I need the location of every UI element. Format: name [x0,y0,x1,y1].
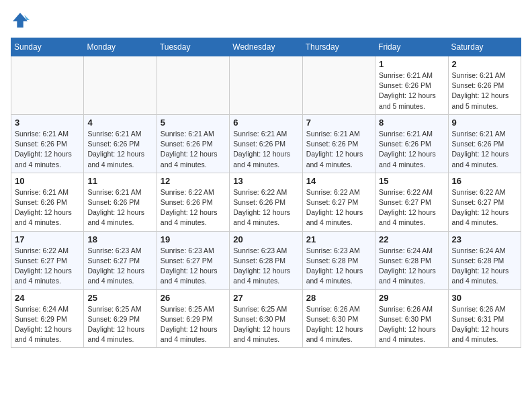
calendar-day-cell: 25Sunrise: 6:25 AM Sunset: 6:29 PM Dayli… [84,289,157,348]
calendar-day-cell: 6Sunrise: 6:21 AM Sunset: 6:26 PM Daylig… [230,114,302,173]
calendar-header-sunday: Sunday [11,38,84,56]
day-info: Sunrise: 6:22 AM Sunset: 6:27 PM Dayligh… [15,246,80,287]
calendar-day-cell: 15Sunrise: 6:22 AM Sunset: 6:27 PM Dayli… [375,173,448,231]
calendar-day-cell: 2Sunrise: 6:21 AM Sunset: 6:26 PM Daylig… [448,56,521,115]
calendar-day-cell: 19Sunrise: 6:23 AM Sunset: 6:27 PM Dayli… [157,231,229,289]
day-number: 20 [233,234,298,244]
day-info: Sunrise: 6:21 AM Sunset: 6:26 PM Dayligh… [452,129,517,170]
calendar-day-cell: 10Sunrise: 6:21 AM Sunset: 6:26 PM Dayli… [11,173,84,231]
calendar-day-cell: 8Sunrise: 6:21 AM Sunset: 6:26 PM Daylig… [375,114,448,173]
day-info: Sunrise: 6:21 AM Sunset: 6:26 PM Dayligh… [306,129,371,170]
calendar-day-cell: 21Sunrise: 6:23 AM Sunset: 6:28 PM Dayli… [302,231,375,289]
day-info: Sunrise: 6:21 AM Sunset: 6:26 PM Dayligh… [161,129,226,170]
day-info: Sunrise: 6:21 AM Sunset: 6:26 PM Dayligh… [15,129,80,170]
calendar-day-cell [157,56,229,115]
day-info: Sunrise: 6:23 AM Sunset: 6:27 PM Dayligh… [87,246,152,287]
day-info: Sunrise: 6:21 AM Sunset: 6:26 PM Dayligh… [233,129,298,170]
day-info: Sunrise: 6:21 AM Sunset: 6:26 PM Dayligh… [379,129,444,170]
calendar-day-cell: 24Sunrise: 6:24 AM Sunset: 6:29 PM Dayli… [11,289,84,348]
day-info: Sunrise: 6:24 AM Sunset: 6:28 PM Dayligh… [379,246,444,287]
calendar-week-row: 10Sunrise: 6:21 AM Sunset: 6:26 PM Dayli… [11,173,521,231]
calendar-day-cell: 5Sunrise: 6:21 AM Sunset: 6:26 PM Daylig… [157,114,229,173]
calendar-day-cell: 27Sunrise: 6:25 AM Sunset: 6:30 PM Dayli… [230,289,302,348]
day-number: 25 [87,293,152,303]
calendar-day-cell: 23Sunrise: 6:24 AM Sunset: 6:28 PM Dayli… [448,231,521,289]
day-info: Sunrise: 6:26 AM Sunset: 6:30 PM Dayligh… [379,304,444,345]
day-number: 16 [452,176,517,186]
day-number: 18 [87,234,152,244]
calendar-day-cell: 20Sunrise: 6:23 AM Sunset: 6:28 PM Dayli… [230,231,302,289]
calendar-week-row: 3Sunrise: 6:21 AM Sunset: 6:26 PM Daylig… [11,114,521,173]
day-number: 10 [15,176,80,186]
day-number: 26 [161,293,226,303]
day-number: 14 [306,176,371,186]
calendar-header-thursday: Thursday [302,38,375,56]
calendar-day-cell: 11Sunrise: 6:21 AM Sunset: 6:26 PM Dayli… [84,173,157,231]
logo-icon [11,11,30,30]
calendar-day-cell: 4Sunrise: 6:21 AM Sunset: 6:26 PM Daylig… [84,114,157,173]
day-info: Sunrise: 6:24 AM Sunset: 6:28 PM Dayligh… [452,246,517,287]
calendar-day-cell: 12Sunrise: 6:22 AM Sunset: 6:26 PM Dayli… [157,173,229,231]
day-info: Sunrise: 6:25 AM Sunset: 6:29 PM Dayligh… [161,304,226,345]
day-number: 2 [452,59,517,69]
calendar-day-cell: 3Sunrise: 6:21 AM Sunset: 6:26 PM Daylig… [11,114,84,173]
day-info: Sunrise: 6:23 AM Sunset: 6:27 PM Dayligh… [161,246,226,287]
calendar-header-wednesday: Wednesday [230,38,302,56]
logo [11,11,32,30]
day-number: 28 [306,293,371,303]
calendar-day-cell [84,56,157,115]
day-info: Sunrise: 6:22 AM Sunset: 6:26 PM Dayligh… [233,187,298,228]
calendar-week-row: 17Sunrise: 6:22 AM Sunset: 6:27 PM Dayli… [11,231,521,289]
day-number: 21 [306,234,371,244]
calendar-day-cell: 1Sunrise: 6:21 AM Sunset: 6:26 PM Daylig… [375,56,448,115]
day-number: 17 [15,234,80,244]
day-number: 3 [15,118,80,128]
day-info: Sunrise: 6:21 AM Sunset: 6:26 PM Dayligh… [87,129,152,170]
day-info: Sunrise: 6:26 AM Sunset: 6:31 PM Dayligh… [452,304,517,345]
day-info: Sunrise: 6:22 AM Sunset: 6:27 PM Dayligh… [379,187,444,228]
day-number: 15 [379,176,444,186]
day-number: 24 [15,293,80,303]
day-info: Sunrise: 6:21 AM Sunset: 6:26 PM Dayligh… [379,71,444,111]
day-info: Sunrise: 6:26 AM Sunset: 6:30 PM Dayligh… [306,304,371,345]
day-number: 12 [161,176,226,186]
day-info: Sunrise: 6:25 AM Sunset: 6:29 PM Dayligh… [87,304,152,345]
day-number: 29 [379,293,444,303]
calendar-header-monday: Monday [84,38,157,56]
day-number: 11 [87,176,152,186]
calendar-day-cell [230,56,302,115]
day-info: Sunrise: 6:21 AM Sunset: 6:26 PM Dayligh… [452,71,517,111]
calendar-day-cell: 26Sunrise: 6:25 AM Sunset: 6:29 PM Dayli… [157,289,229,348]
calendar-day-cell: 28Sunrise: 6:26 AM Sunset: 6:30 PM Dayli… [302,289,375,348]
calendar-header-tuesday: Tuesday [157,38,229,56]
calendar-day-cell: 29Sunrise: 6:26 AM Sunset: 6:30 PM Dayli… [375,289,448,348]
day-number: 8 [379,118,444,128]
calendar-day-cell: 17Sunrise: 6:22 AM Sunset: 6:27 PM Dayli… [11,231,84,289]
calendar-day-cell: 30Sunrise: 6:26 AM Sunset: 6:31 PM Dayli… [448,289,521,348]
calendar-header-row: SundayMondayTuesdayWednesdayThursdayFrid… [11,38,521,56]
day-info: Sunrise: 6:25 AM Sunset: 6:30 PM Dayligh… [233,304,298,345]
day-number: 7 [306,118,371,128]
calendar-day-cell: 16Sunrise: 6:22 AM Sunset: 6:27 PM Dayli… [448,173,521,231]
calendar-day-cell [302,56,375,115]
calendar-day-cell: 18Sunrise: 6:23 AM Sunset: 6:27 PM Dayli… [84,231,157,289]
day-info: Sunrise: 6:23 AM Sunset: 6:28 PM Dayligh… [233,246,298,287]
day-info: Sunrise: 6:22 AM Sunset: 6:26 PM Dayligh… [161,187,226,228]
day-info: Sunrise: 6:22 AM Sunset: 6:27 PM Dayligh… [452,187,517,228]
calendar-header-friday: Friday [375,38,448,56]
calendar-table: SundayMondayTuesdayWednesdayThursdayFrid… [11,38,521,348]
day-number: 27 [233,293,298,303]
page-header [11,11,521,30]
calendar-day-cell: 9Sunrise: 6:21 AM Sunset: 6:26 PM Daylig… [448,114,521,173]
day-info: Sunrise: 6:24 AM Sunset: 6:29 PM Dayligh… [15,304,80,345]
calendar-day-cell: 22Sunrise: 6:24 AM Sunset: 6:28 PM Dayli… [375,231,448,289]
calendar-day-cell [11,56,84,115]
day-number: 13 [233,176,298,186]
calendar-week-row: 1Sunrise: 6:21 AM Sunset: 6:26 PM Daylig… [11,56,521,115]
day-number: 22 [379,234,444,244]
calendar-day-cell: 7Sunrise: 6:21 AM Sunset: 6:26 PM Daylig… [302,114,375,173]
calendar-day-cell: 14Sunrise: 6:22 AM Sunset: 6:27 PM Dayli… [302,173,375,231]
day-number: 30 [452,293,517,303]
day-number: 19 [161,234,226,244]
calendar-week-row: 24Sunrise: 6:24 AM Sunset: 6:29 PM Dayli… [11,289,521,348]
